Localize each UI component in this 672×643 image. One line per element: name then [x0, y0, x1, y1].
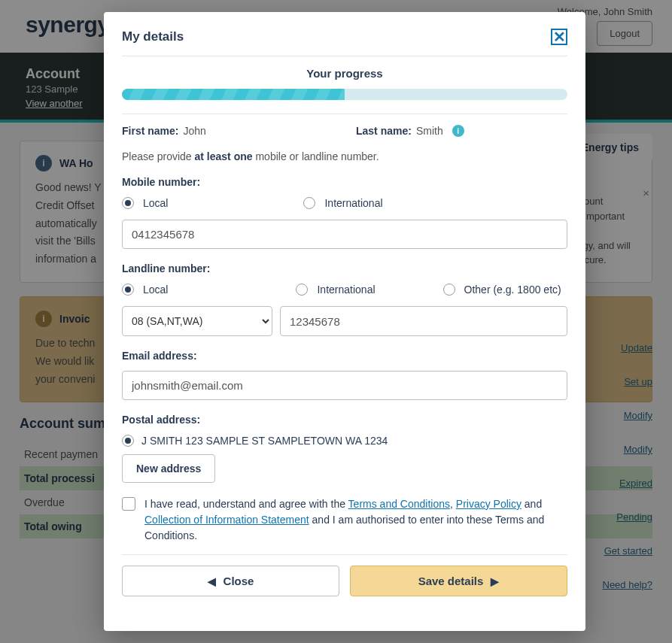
last-name-value: Smith — [416, 125, 443, 137]
first-name-value: John — [183, 125, 205, 137]
landline-international-label: International — [317, 284, 375, 296]
save-details-button[interactable]: Save details ▶ — [350, 566, 567, 596]
landline-other-radio[interactable] — [443, 284, 455, 296]
landline-international-radio[interactable] — [296, 284, 308, 296]
mobile-international-radio[interactable] — [303, 197, 315, 209]
progress-bar — [122, 89, 567, 100]
postal-address-value: J SMITH 123 SAMPLE ST SAMPLETOWN WA 1234 — [141, 435, 388, 447]
my-details-modal: My details ✕ Your progress First name: J… — [104, 12, 585, 631]
close-icon[interactable]: ✕ — [551, 29, 567, 45]
privacy-link[interactable]: Privacy Policy — [456, 498, 521, 510]
new-address-button[interactable]: New address — [122, 454, 215, 483]
landline-number-label: Landline number: — [122, 262, 567, 274]
info-icon[interactable]: i — [452, 125, 464, 137]
mobile-local-label: Local — [143, 197, 168, 209]
terms-link[interactable]: Terms and Conditions — [348, 498, 450, 510]
chevron-left-icon: ◀ — [208, 575, 216, 587]
chevron-right-icon: ▶ — [491, 575, 499, 587]
mobile-local-radio[interactable] — [122, 197, 134, 209]
mobile-international-label: International — [324, 197, 382, 209]
modal-title: My details — [122, 29, 184, 44]
mobile-number-input[interactable] — [122, 220, 567, 249]
landline-number-input[interactable] — [280, 306, 567, 336]
close-button[interactable]: ◀ Close — [122, 566, 339, 596]
mobile-number-label: Mobile number: — [122, 176, 567, 188]
email-label: Email address: — [122, 350, 567, 362]
landline-other-label: Other (e.g. 1800 etc) — [464, 284, 561, 296]
progress-label: Your progress — [122, 67, 567, 80]
postal-address-label: Postal address: — [122, 414, 567, 426]
consent-text: I have read, understand and agree with t… — [144, 496, 567, 544]
landline-local-radio[interactable] — [122, 284, 134, 296]
first-name-label: First name: — [122, 125, 178, 137]
email-input[interactable] — [122, 371, 567, 400]
area-code-select[interactable]: 08 (SA,NT,WA) — [122, 306, 272, 336]
last-name-label: Last name: — [356, 125, 412, 137]
postal-address-radio[interactable] — [122, 435, 134, 447]
instruction-text: Please provide at least one mobile or la… — [122, 150, 567, 162]
consent-checkbox[interactable] — [122, 497, 135, 511]
progress-fill — [122, 89, 345, 100]
landline-local-label: Local — [143, 284, 168, 296]
collection-statement-link[interactable]: Collection of Information Statement — [144, 514, 309, 526]
